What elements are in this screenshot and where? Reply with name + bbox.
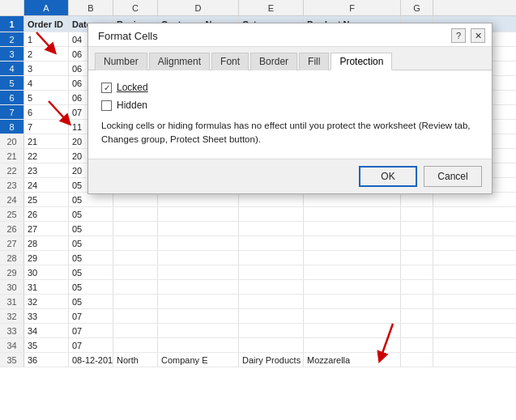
cell xyxy=(304,295,401,308)
cell xyxy=(158,338,239,352)
table-row: 32 33 07 xyxy=(0,309,516,324)
col-header-g: G xyxy=(401,0,433,15)
cell: 24 xyxy=(24,178,69,192)
locked-checkbox[interactable] xyxy=(101,83,112,93)
table-row: 30 31 05 xyxy=(0,280,516,295)
tab-fill[interactable]: Fill xyxy=(299,53,329,70)
dialog-body: Locked Hidden Locking cells or hiding fo… xyxy=(88,70,492,159)
col-header-b: B xyxy=(69,0,113,15)
cell xyxy=(239,236,304,250)
table-row: 27 28 05 xyxy=(0,236,516,251)
table-row: 28 29 05 xyxy=(0,251,516,265)
cell xyxy=(304,338,401,352)
cell xyxy=(401,222,433,235)
cell xyxy=(304,193,401,206)
hidden-checkbox[interactable] xyxy=(101,100,112,111)
col-header-a: A xyxy=(24,0,69,15)
cell: 05 xyxy=(69,280,113,294)
cell: 36 xyxy=(24,353,69,367)
cancel-button[interactable]: Cancel xyxy=(424,166,482,187)
cell xyxy=(304,280,401,294)
cell xyxy=(113,207,158,221)
row-num: 2 xyxy=(0,32,24,46)
column-headers: A B C D E F G xyxy=(0,0,516,16)
cell: 30 xyxy=(24,265,69,279)
cell xyxy=(239,309,304,323)
cell: Mozzarella xyxy=(304,353,401,367)
cell xyxy=(401,280,433,294)
cell: 7 xyxy=(24,120,69,134)
cell xyxy=(113,193,158,206)
table-row: 31 32 05 xyxy=(0,295,516,309)
cell xyxy=(113,222,158,235)
row-num: 35 xyxy=(0,353,24,367)
cell xyxy=(401,353,433,367)
cell: 05 xyxy=(69,251,113,265)
cell: 05 xyxy=(69,265,113,279)
dialog-tabs: Number Alignment Font Border Fill Protec… xyxy=(88,47,492,70)
row-num: 8 xyxy=(0,120,24,134)
cell xyxy=(401,207,433,221)
cell: 05 xyxy=(69,295,113,308)
row-num: 32 xyxy=(0,309,24,323)
tab-protection[interactable]: Protection xyxy=(330,53,392,70)
tab-number[interactable]: Number xyxy=(95,53,147,70)
cell xyxy=(113,338,158,352)
cell xyxy=(158,309,239,323)
cell xyxy=(239,251,304,265)
cell xyxy=(113,295,158,308)
row-num: 20 xyxy=(0,134,24,148)
tab-border[interactable]: Border xyxy=(250,53,297,70)
format-cells-dialog: Format Cells ? ✕ Number Alignment Font B… xyxy=(87,23,493,194)
cell: 21 xyxy=(24,134,69,148)
table-row: 26 27 05 xyxy=(0,222,516,236)
protection-info-text: Locking cells or hiding formulas has no … xyxy=(101,119,474,147)
cell xyxy=(401,324,433,337)
cell xyxy=(304,265,401,279)
cell xyxy=(304,251,401,265)
dialog-controls: ? ✕ xyxy=(451,28,485,43)
cell xyxy=(401,193,433,206)
dialog-titlebar: Format Cells ? ✕ xyxy=(88,23,492,47)
table-row: 35 36 08-12-2018 North Company E Dairy P… xyxy=(0,353,516,367)
cell xyxy=(304,236,401,250)
cell xyxy=(401,309,433,323)
dialog-footer: OK Cancel xyxy=(88,159,492,193)
cell xyxy=(239,295,304,308)
dialog-close-button[interactable]: ✕ xyxy=(471,28,485,43)
locked-label: Locked xyxy=(117,82,148,93)
cell xyxy=(239,265,304,279)
cell: 07 xyxy=(69,324,113,337)
row-num: 5 xyxy=(0,76,24,90)
cell xyxy=(239,207,304,221)
hidden-label: Hidden xyxy=(117,100,147,111)
cell xyxy=(304,324,401,337)
row-num: 26 xyxy=(0,222,24,235)
cell: Company E xyxy=(158,353,239,367)
row-num: 30 xyxy=(0,280,24,294)
cell xyxy=(113,309,158,323)
cell: 3 xyxy=(24,62,69,75)
cell: 35 xyxy=(24,338,69,352)
cell xyxy=(239,193,304,206)
table-row: 34 35 07 xyxy=(0,338,516,353)
row-num: 4 xyxy=(0,62,24,75)
cell xyxy=(304,207,401,221)
row-num: 24 xyxy=(0,193,24,206)
row-num: 27 xyxy=(0,236,24,250)
row-num: 29 xyxy=(0,265,24,279)
tab-font[interactable]: Font xyxy=(211,53,249,70)
col-header-c: C xyxy=(113,0,158,15)
row-num: 28 xyxy=(0,251,24,265)
dialog-help-button[interactable]: ? xyxy=(451,28,466,43)
cell xyxy=(113,251,158,265)
cell: 07 xyxy=(69,309,113,323)
row-num: 3 xyxy=(0,47,24,61)
ok-button[interactable]: OK xyxy=(359,166,417,187)
cell: 27 xyxy=(24,222,69,235)
tab-alignment[interactable]: Alignment xyxy=(149,53,210,70)
cell xyxy=(158,324,239,337)
row-num: 31 xyxy=(0,295,24,308)
cell xyxy=(158,295,239,308)
row-num: 33 xyxy=(0,324,24,337)
